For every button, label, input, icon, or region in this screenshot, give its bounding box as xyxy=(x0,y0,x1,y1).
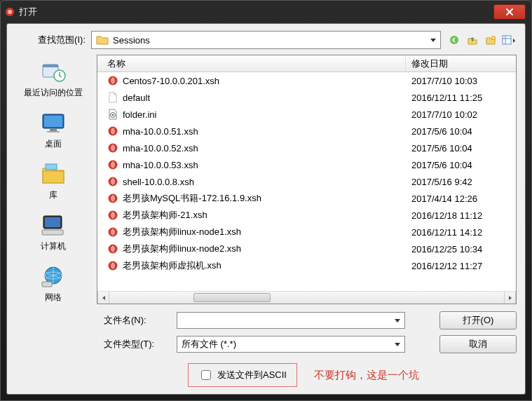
file-date: 2017/5/6 10:04 xyxy=(406,143,516,154)
svg-point-29 xyxy=(109,194,118,203)
chevron-down-icon xyxy=(395,319,400,322)
file-icon xyxy=(106,243,120,254)
svg-point-19 xyxy=(45,267,62,284)
middle-area: 最近访问的位置桌面库计算机网络 名称 修改日期 Centos7-10.0.0.2… xyxy=(15,55,517,304)
svg-point-25 xyxy=(109,127,118,136)
back-button[interactable] xyxy=(446,32,462,48)
place-desktop[interactable]: 桌面 xyxy=(15,106,91,157)
file-name: default xyxy=(120,93,406,103)
column-date[interactable]: 修改日期 xyxy=(406,55,516,72)
svg-rect-16 xyxy=(43,216,62,229)
computer-icon xyxy=(37,211,69,239)
ascii-checkbox-label: 发送文件到ASCII xyxy=(217,369,287,381)
file-icon xyxy=(106,92,120,103)
file-date: 2017/4/14 12:26 xyxy=(406,193,516,204)
svg-point-32 xyxy=(109,245,118,254)
filetype-value: 所有文件 (*.*) xyxy=(182,338,236,351)
lookin-combo[interactable]: Sessions xyxy=(91,31,441,49)
up-button[interactable] xyxy=(465,32,480,48)
scroll-right-button[interactable] xyxy=(504,292,516,304)
place-network[interactable]: 网络 xyxy=(15,259,91,311)
svg-point-20 xyxy=(45,272,62,279)
file-row[interactable]: mha-10.0.0.52.xsh2017/5/6 10:04 xyxy=(97,140,516,156)
svg-rect-14 xyxy=(43,171,64,183)
file-row[interactable]: mha-10.0.0.53.xsh2017/5/6 10:04 xyxy=(97,156,516,173)
chevron-down-icon xyxy=(395,343,400,346)
svg-rect-21 xyxy=(42,282,52,287)
filename-combo[interactable] xyxy=(177,312,405,329)
file-icon xyxy=(106,176,120,187)
filetype-combo[interactable]: 所有文件 (*.*) xyxy=(177,336,405,353)
file-date: 2017/7/10 10:02 xyxy=(406,109,516,120)
file-row[interactable]: Centos7-10.0.0.201.xsh2017/7/10 10:03 xyxy=(97,72,516,89)
file-name: 老男孩架构师虚拟机.xsh xyxy=(120,259,406,272)
client-area: 查找范围(I): Sessions xyxy=(6,23,526,395)
library-icon xyxy=(37,160,69,188)
svg-point-26 xyxy=(109,144,118,153)
filename-row: 文件名(N): 打开(O) xyxy=(104,311,517,329)
svg-point-9 xyxy=(54,70,65,81)
file-date: 2017/7/10 10:03 xyxy=(406,76,516,86)
file-icon xyxy=(106,159,120,170)
file-name: Centos7-10.0.0.201.xsh xyxy=(120,76,406,86)
place-recent[interactable]: 最近访问的位置 xyxy=(15,55,91,106)
svg-rect-7 xyxy=(43,64,58,77)
open-button-label: 打开(O) xyxy=(463,314,494,327)
place-library[interactable]: 库 xyxy=(15,157,91,208)
file-date: 2017/5/6 10:04 xyxy=(406,126,516,137)
svg-point-27 xyxy=(109,161,118,170)
file-icon xyxy=(106,193,120,204)
svg-point-33 xyxy=(109,261,118,271)
place-computer[interactable]: 计算机 xyxy=(15,208,91,259)
file-row[interactable]: 老男孩MySQL书籍-172.16.1.9.xsh2017/4/14 12:26 xyxy=(97,190,516,207)
list-body[interactable]: Centos7-10.0.0.201.xsh2017/7/10 10:03def… xyxy=(97,72,516,291)
cancel-button[interactable]: 取消 xyxy=(439,335,517,353)
horizontal-scrollbar[interactable] xyxy=(97,291,516,304)
svg-rect-13 xyxy=(47,131,60,132)
views-button[interactable] xyxy=(501,32,517,48)
file-icon xyxy=(106,75,120,86)
ascii-row: 发送文件到ASCII 不要打钩，这是一个坑 xyxy=(104,363,517,387)
file-name: mha-10.0.0.52.xsh xyxy=(120,143,406,154)
app-icon xyxy=(4,6,16,18)
file-row[interactable]: 老男孩架构师linux-node1.xsh2016/12/11 14:12 xyxy=(97,224,516,240)
column-name[interactable]: 名称 xyxy=(97,55,406,72)
svg-point-2 xyxy=(450,36,458,44)
file-icon xyxy=(106,210,120,221)
open-button[interactable]: 打开(O) xyxy=(439,311,517,329)
places-bar: 最近访问的位置桌面库计算机网络 xyxy=(15,55,91,304)
file-date: 2016/12/11 14:12 xyxy=(406,227,516,238)
file-row[interactable]: mha-10.0.0.51.xsh2017/5/6 10:04 xyxy=(97,123,516,140)
file-row[interactable]: 老男孩架构师虚拟机.xsh2016/12/12 11:27 xyxy=(97,257,516,274)
place-label: 桌面 xyxy=(45,138,62,150)
place-label: 计算机 xyxy=(41,240,66,252)
svg-rect-17 xyxy=(45,217,60,227)
svg-point-31 xyxy=(109,228,118,237)
warning-text: 不要打钩，这是一个坑 xyxy=(314,369,419,382)
new-folder-button[interactable] xyxy=(483,32,498,48)
scrollbar-thumb[interactable] xyxy=(193,293,271,302)
file-list: 名称 修改日期 Centos7-10.0.0.201.xsh2017/7/10 … xyxy=(97,55,517,304)
svg-rect-15 xyxy=(46,164,57,170)
file-row[interactable]: default2016/12/11 11:25 xyxy=(97,89,516,106)
file-row[interactable]: 老男孩架构师-21.xsh2016/12/18 11:12 xyxy=(97,207,516,224)
file-name: 老男孩MySQL书籍-172.16.1.9.xsh xyxy=(120,192,406,205)
file-row[interactable]: 老男孩架构师linux-node2.xsh2016/12/25 10:34 xyxy=(97,240,516,257)
file-name: shell-10.0.0.8.xsh xyxy=(120,177,406,187)
filetype-label: 文件类型(T): xyxy=(104,338,170,351)
scrollbar-track[interactable] xyxy=(109,292,504,304)
place-label: 库 xyxy=(49,189,57,201)
ascii-checkbox[interactable] xyxy=(201,370,211,380)
nav-toolbar xyxy=(446,32,517,48)
open-dialog: 打开 查找范围(I): Sessions xyxy=(0,0,532,401)
file-row[interactable]: shell-10.0.0.8.xsh2017/5/16 9:42 xyxy=(97,173,516,190)
file-name: 老男孩架构师linux-node2.xsh xyxy=(120,243,406,255)
file-date: 2016/12/12 11:27 xyxy=(406,261,516,271)
close-button[interactable] xyxy=(493,4,526,20)
svg-rect-11 xyxy=(44,116,62,127)
folder-icon xyxy=(96,34,109,46)
cancel-button-label: 取消 xyxy=(469,338,487,351)
svg-point-3 xyxy=(491,36,496,40)
scroll-left-button[interactable] xyxy=(97,292,109,304)
file-row[interactable]: folder.ini2017/7/10 10:02 xyxy=(97,106,516,123)
